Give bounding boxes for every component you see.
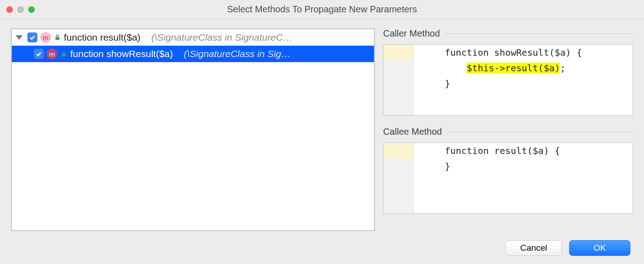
gutter (384, 158, 414, 174)
method-badge-icon: m (40, 32, 51, 43)
gutter (384, 143, 414, 158)
code-line: function result($a) { (384, 143, 633, 158)
caller-title: Caller Method (383, 28, 440, 39)
gutter (384, 45, 414, 60)
gutter (384, 91, 414, 107)
preview-column: Caller Method function showResult($a) { … (383, 28, 633, 231)
callee-section: Callee Method function result($a) { } (383, 127, 633, 214)
callee-code: function result($a) { } (383, 143, 633, 214)
method-signature: function showResult($a) (70, 48, 173, 59)
svg-rect-1 (62, 53, 66, 56)
gutter (384, 60, 414, 76)
window-title: Select Methods To Propagate New Paramete… (227, 4, 417, 15)
code-line-empty (384, 91, 633, 107)
titlebar: Select Methods To Propagate New Paramete… (0, 0, 644, 19)
divider (447, 33, 633, 34)
cancel-button[interactable]: Cancel (505, 240, 562, 256)
method-location-hint: (\SignatureClass in SignatureC… (151, 32, 292, 43)
gutter (384, 76, 414, 91)
code-line: } (384, 158, 633, 174)
checkbox[interactable] (27, 32, 37, 42)
callee-title: Callee Method (383, 127, 442, 137)
visibility-icon (54, 34, 61, 41)
close-window-icon[interactable] (6, 6, 13, 13)
code-line-empty (384, 190, 633, 205)
method-badge-icon: m (47, 48, 57, 59)
code-text: } (414, 158, 450, 174)
tree-row[interactable]: mfunction showResult($a) (\SignatureClas… (12, 46, 374, 62)
method-tree[interactable]: mfunction result($a) (\SignatureClass in… (11, 28, 375, 231)
tree-row[interactable]: mfunction result($a) (\SignatureClass in… (12, 29, 374, 46)
gutter (384, 205, 414, 214)
caller-section: Caller Method function showResult($a) { … (383, 28, 633, 116)
ok-button[interactable]: OK (569, 240, 630, 256)
code-line-empty (384, 205, 633, 214)
method-signature: function result($a) (64, 32, 140, 43)
code-line: } (384, 76, 633, 91)
code-text: } (414, 76, 450, 91)
code-line-empty (384, 174, 633, 190)
method-location-hint: (\SignatureClass in Sig… (184, 48, 291, 59)
dialog-buttons: Cancel OK (11, 240, 633, 256)
code-line-empty (384, 107, 633, 116)
window-controls (6, 6, 35, 13)
checkbox[interactable] (34, 49, 44, 59)
code-text: function showResult($a) { (414, 45, 582, 60)
dialog-content: mfunction result($a) (\SignatureClass in… (0, 19, 644, 264)
highlight: $this->result($a) (467, 63, 560, 74)
gutter (384, 107, 414, 116)
divider (448, 132, 633, 132)
svg-rect-0 (56, 37, 60, 40)
code-text: $this->result($a); (414, 60, 566, 76)
code-text: function result($a) { (414, 143, 560, 158)
visibility-icon (60, 50, 68, 58)
caller-code: function showResult($a) { $this->result(… (383, 44, 633, 116)
gutter (384, 174, 414, 190)
code-line: $this->result($a); (384, 60, 633, 76)
code-line: function showResult($a) { (384, 45, 633, 60)
chevron-down-icon[interactable] (16, 35, 23, 40)
zoom-window-icon[interactable] (28, 6, 35, 13)
gutter (384, 190, 414, 205)
minimize-window-icon[interactable] (17, 6, 24, 13)
